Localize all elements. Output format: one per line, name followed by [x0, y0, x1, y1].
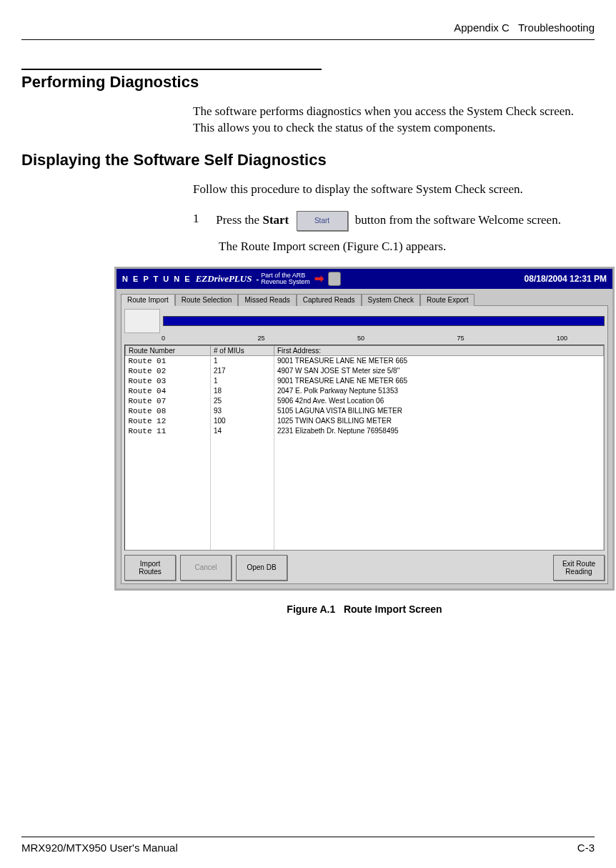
tab-strip: Route Import Route Selection Missed Read… [121, 294, 608, 306]
cell-route: Route 01 [126, 355, 211, 366]
button-row: Import Routes Cancel Open DB Exit Route … [124, 555, 605, 581]
progress-bar [163, 316, 605, 326]
col-route-number[interactable]: Route Number [126, 345, 211, 355]
cell-route: Route 11 [126, 426, 211, 436]
figure-label: Figure A.1 [287, 603, 335, 615]
subsection-title: Displaying the Software Self Diagnostics [21, 151, 595, 169]
datetime: 08/18/2004 12:31 PM [525, 274, 607, 284]
footer-page-number: C-3 [577, 842, 595, 854]
product-name: EZDrivePLUS [196, 273, 252, 285]
exit-route-reading-button[interactable]: Exit Route Reading [553, 555, 605, 581]
step-result: The Route Import screen (Figure C.1) app… [219, 240, 595, 254]
cell-mius: 217 [211, 366, 274, 376]
cell-route: Route 02 [126, 366, 211, 376]
table-row[interactable]: Route 04182047 E. Polk Parkway Neptune 5… [126, 386, 604, 396]
tab-captured-reads[interactable]: Captured Reads [297, 294, 362, 306]
database-icon [328, 272, 341, 286]
tab-missed-reads[interactable]: Missed Reads [238, 294, 296, 306]
appendix-label: Appendix C [454, 21, 510, 34]
section-intro: The software performs diagnostics when y… [193, 104, 595, 137]
header-rule [21, 39, 595, 40]
table-row-empty [126, 466, 604, 476]
cell-address: 1025 TWIN OAKS BILLING METER [274, 416, 604, 426]
table-row[interactable]: Route 07255906 42nd Ave. West Location 0… [126, 396, 604, 406]
route-import-screenshot: N E P T U N E EZDrivePLUS - Part of the … [114, 267, 615, 591]
brand: N E P T U N E [122, 275, 192, 283]
table-row-empty [126, 546, 604, 551]
cell-route: Route 12 [126, 416, 211, 426]
import-routes-button[interactable]: Import Routes [124, 555, 176, 581]
titlebar-dash: - [256, 275, 259, 283]
table-row-empty [126, 506, 604, 516]
arrow-icon: ➡ [314, 272, 324, 285]
table-row-empty [126, 456, 604, 466]
table-row-empty [126, 536, 604, 546]
table-row-empty [126, 436, 604, 446]
step-text: Press the Start Start button from the so… [216, 213, 561, 227]
open-db-button[interactable]: Open DB [236, 555, 287, 581]
section-rule [21, 69, 322, 70]
chapter-label: Troubleshooting [518, 21, 595, 34]
tab-route-export[interactable]: Route Export [420, 294, 475, 306]
tab-system-check[interactable]: System Check [362, 294, 420, 306]
col-mius[interactable]: # of MIUs [211, 345, 274, 355]
cell-address: 5105 LAGUNA VISTA BILLING METER [274, 406, 604, 416]
footer-manual-title: MRX920/MTX950 User's Manual [21, 842, 178, 854]
table-row[interactable]: Route 022174907 W SAN JOSE ST Meter size… [126, 366, 604, 376]
subsection-intro: Follow this procedure to display the sof… [193, 182, 595, 198]
cell-mius: 100 [211, 416, 274, 426]
table-row[interactable]: Route 0119001 TREASURE LANE NE METER 665 [126, 355, 604, 366]
tagline: Part of the ARB Revenue System [261, 272, 310, 285]
cell-mius: 1 [211, 376, 274, 386]
cell-route: Route 07 [126, 396, 211, 406]
section-title: Performing Diagnostics [21, 73, 595, 92]
running-header: Appendix C Troubleshooting [21, 21, 595, 34]
tab-panel: 0 25 50 75 100 Route Number # of MIUs Fi… [121, 305, 608, 584]
step-1: 1 Press the Start Start button from the … [193, 211, 595, 231]
cell-mius: 93 [211, 406, 274, 416]
import-graphic-icon [124, 309, 160, 333]
cell-address: 9001 TREASURE LANE NE METER 665 [274, 376, 604, 386]
cancel-button: Cancel [180, 555, 232, 581]
table-row[interactable]: Route 0319001 TREASURE LANE NE METER 665 [126, 376, 604, 386]
table-row-empty [126, 526, 604, 536]
titlebar: N E P T U N E EZDrivePLUS - Part of the … [116, 269, 612, 289]
cell-route: Route 04 [126, 386, 211, 396]
figure-title: Route Import Screen [344, 603, 442, 615]
progress-scale: 0 25 50 75 100 [124, 335, 605, 342]
cell-mius: 25 [211, 396, 274, 406]
tab-route-import[interactable]: Route Import [121, 294, 175, 306]
cell-address: 2047 E. Polk Parkway Neptune 51353 [274, 386, 604, 396]
table-row-empty [126, 476, 604, 486]
figure-caption: Figure A.1 Route Import Screen [114, 603, 615, 615]
table-row-empty [126, 496, 604, 506]
cell-route: Route 03 [126, 376, 211, 386]
cell-mius: 1 [211, 355, 274, 366]
table-row-empty [126, 516, 604, 526]
cell-address: 5906 42nd Ave. West Location 06 [274, 396, 604, 406]
table-row[interactable]: Route 11142231 Elizabeth Dr. Neptune 769… [126, 426, 604, 436]
route-table[interactable]: Route Number # of MIUs First Address: Ro… [124, 345, 605, 551]
col-first-address[interactable]: First Address: [274, 345, 604, 355]
cell-address: 9001 TREASURE LANE NE METER 665 [274, 355, 604, 366]
cell-mius: 14 [211, 426, 274, 436]
table-row-empty [126, 486, 604, 496]
cell-route: Route 08 [126, 406, 211, 416]
cell-address: 4907 W SAN JOSE ST Meter size 5/8" [274, 366, 604, 376]
tab-route-selection[interactable]: Route Selection [175, 294, 239, 306]
page-footer: MRX920/MTX950 User's Manual C-3 [21, 837, 595, 854]
table-row[interactable]: Route 08935105 LAGUNA VISTA BILLING METE… [126, 406, 604, 416]
cell-address: 2231 Elizabeth Dr. Neptune 76958495 [274, 426, 604, 436]
step-number: 1 [193, 211, 213, 227]
cell-mius: 18 [211, 386, 274, 396]
start-button-inline[interactable]: Start [297, 211, 348, 231]
table-row-empty [126, 446, 604, 456]
table-row[interactable]: Route 121001025 TWIN OAKS BILLING METER [126, 416, 604, 426]
footer-rule [21, 837, 595, 837]
